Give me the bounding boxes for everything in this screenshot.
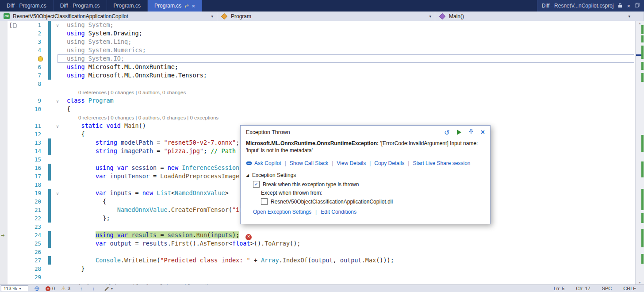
line-number[interactable]: 13: [8, 138, 47, 147]
status-spaces[interactable]: SPC: [602, 286, 612, 291]
pin-icon[interactable]: [468, 129, 474, 136]
line-number[interactable]: 8: [8, 80, 47, 88]
scroll-down-icon[interactable]: ▼: [636, 281, 644, 284]
vertical-scrollbar[interactable]: ▲ ▼: [635, 21, 644, 285]
breakpoint-margin[interactable]: [0, 105, 8, 113]
line-number[interactable]: [8, 88, 47, 96]
status-line[interactable]: Ln: 5: [554, 286, 564, 291]
breakpoint-margin[interactable]: [0, 21, 8, 29]
code-line[interactable]: Console.WriteLine("Predicted class index…: [64, 256, 636, 265]
editor-tab[interactable]: Program.cs⇄×: [148, 0, 202, 12]
code-line[interactable]: using Microsoft.ML.OnnxRuntime.Tensors;: [64, 71, 636, 80]
line-number[interactable]: 20: [8, 197, 47, 206]
code-line[interactable]: [64, 273, 636, 281]
breakpoint-margin[interactable]: [0, 80, 8, 88]
editor-tab[interactable]: Program.cs: [107, 0, 148, 12]
error-count[interactable]: × 0: [46, 286, 55, 291]
navigate-up-icon[interactable]: ↑: [80, 286, 83, 291]
break-label[interactable]: Break when this exception type is thrown: [263, 181, 359, 188]
code-line[interactable]: [64, 248, 636, 256]
member-dropdown[interactable]: Main() ▾: [435, 12, 644, 21]
line-number[interactable]: 26: [8, 248, 47, 256]
editor-tab[interactable]: Diff - Program.cs: [54, 0, 107, 12]
dialog-link[interactable]: View Details: [337, 160, 366, 166]
breakpoint-margin[interactable]: [0, 63, 8, 71]
breakpoint-margin[interactable]: [0, 122, 8, 130]
code-line[interactable]: var output = results.First().AsTensor<fl…: [64, 239, 636, 248]
line-number[interactable]: 23: [8, 223, 47, 231]
breakpoint-margin[interactable]: [0, 88, 8, 96]
history-icon[interactable]: ↺: [444, 129, 450, 136]
line-number[interactable]: 7: [8, 71, 47, 80]
line-number[interactable]: 25: [8, 239, 47, 248]
exception-settings-header[interactable]: ◢ Exception Settings: [241, 169, 490, 180]
continue-icon[interactable]: [457, 130, 461, 135]
break-checkbox[interactable]: ✓: [253, 181, 260, 188]
collapse-chevron-icon[interactable]: ∨: [56, 23, 59, 28]
codelens-text[interactable]: 0 references | 0 changes | 0 authors, 0 …: [67, 90, 186, 95]
dialog-link[interactable]: Copy Details: [374, 160, 404, 166]
code-line[interactable]: [64, 80, 636, 88]
breakpoint-margin[interactable]: [0, 46, 8, 54]
breakpoint-margin[interactable]: [0, 223, 8, 231]
warning-count[interactable]: ⚠ 3: [61, 286, 70, 291]
breakpoint-margin[interactable]: [0, 256, 8, 265]
line-number[interactable]: 14: [8, 147, 47, 155]
secondary-tab-group[interactable]: Diff - ResnetV...nCopilot.csproj ×: [537, 0, 644, 12]
line-number[interactable]: 24: [8, 231, 47, 239]
line-number[interactable]: [8, 113, 47, 122]
breakpoint-margin[interactable]: [0, 138, 8, 147]
line-number[interactable]: 6: [8, 63, 47, 71]
code-line[interactable]: using Microsoft.ML.OnnxRuntime;: [64, 63, 636, 71]
breakpoint-margin[interactable]: [0, 206, 8, 214]
tab-close-icon[interactable]: ×: [192, 3, 196, 9]
collapse-chevron-icon[interactable]: ∨: [56, 99, 59, 104]
breakpoint-margin[interactable]: →: [0, 231, 8, 239]
breakpoint-margin[interactable]: [0, 96, 8, 105]
breakpoint-margin[interactable]: [0, 29, 8, 38]
line-number[interactable]: 21: [8, 206, 47, 214]
breakpoint-margin[interactable]: [0, 181, 8, 189]
line-number[interactable]: 10: [8, 105, 47, 113]
line-number[interactable]: 11: [8, 122, 47, 130]
breakpoint-margin[interactable]: [0, 54, 8, 63]
line-number[interactable]: 18: [8, 181, 47, 189]
dialog-link[interactable]: Start Live Share session: [413, 160, 470, 166]
tab-compare-icon[interactable]: ⇄: [184, 3, 188, 9]
code-line[interactable]: using System.Numerics;: [64, 46, 636, 54]
code-line[interactable]: using System.Linq;: [64, 38, 636, 46]
breakpoint-margin[interactable]: [0, 239, 8, 248]
dialog-link[interactable]: Ask Copilot: [246, 160, 281, 166]
collapse-chevron-icon[interactable]: ∨: [56, 124, 59, 129]
breakpoint-margin[interactable]: [0, 71, 8, 80]
line-number[interactable]: 17: [8, 172, 47, 181]
dialog-link[interactable]: Open Exception Settings: [253, 209, 311, 215]
breakpoint-margin[interactable]: [0, 147, 8, 155]
codelens-line[interactable]: 0 references | 0 changes | 0 authors, 0 …: [64, 88, 636, 96]
lightbulb-icon[interactable]: [38, 56, 43, 61]
line-number[interactable]: 9: [8, 96, 47, 105]
scroll-up-icon[interactable]: ▲: [636, 22, 644, 25]
zoom-selector[interactable]: 113 % ▾: [1, 285, 28, 292]
code-line[interactable]: using System;: [64, 21, 636, 29]
line-number[interactable]: 19: [8, 189, 47, 197]
line-number[interactable]: 3: [8, 38, 47, 46]
breakpoint-margin[interactable]: [0, 130, 8, 138]
status-line-ending[interactable]: CRLF: [623, 286, 636, 291]
line-number[interactable]: 2: [8, 29, 47, 38]
breakpoint-margin[interactable]: [0, 38, 8, 46]
code-line[interactable]: using System.IO;: [64, 54, 636, 63]
restore-icon[interactable]: [635, 3, 640, 9]
line-number[interactable]: 28: [8, 265, 47, 273]
codelens-line[interactable]: 0 references | 0 changes | 0 authors, 0 …: [64, 113, 636, 122]
dialog-link[interactable]: Edit Conditions: [321, 209, 356, 215]
code-line[interactable]: {: [64, 105, 636, 113]
code-line[interactable]: class Program: [64, 96, 636, 105]
close-icon[interactable]: ×: [627, 3, 630, 9]
breakpoint-margin[interactable]: [0, 214, 8, 223]
pen-icon[interactable]: ▾: [104, 286, 113, 291]
line-number[interactable]: 12: [8, 130, 47, 138]
module-label[interactable]: ResnetV50ObjectClassificationApplication…: [271, 199, 393, 205]
exception-dialog-titlebar[interactable]: Exception Thrown ↺ ×: [241, 126, 490, 139]
breakpoint-margin[interactable]: [0, 113, 8, 122]
